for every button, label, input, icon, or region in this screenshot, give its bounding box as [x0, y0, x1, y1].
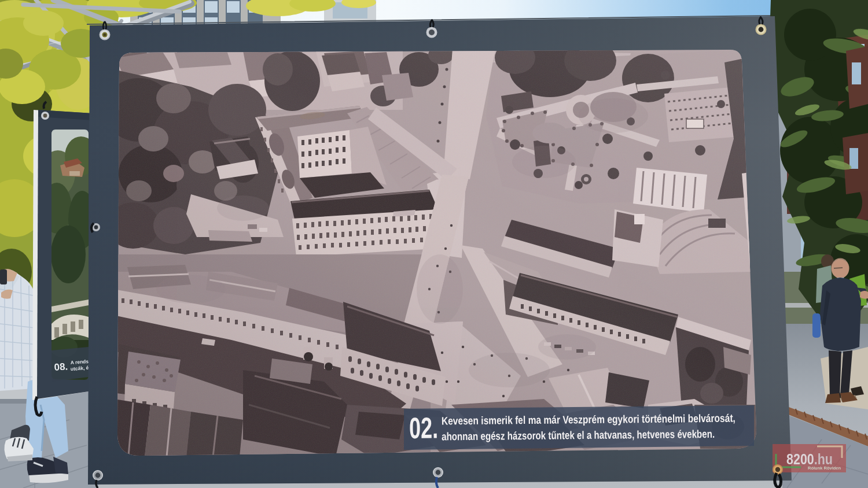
svg-text:8200.hu: 8200.hu [786, 451, 833, 467]
svg-text:02.: 02. [409, 411, 439, 444]
svg-text:Rólunk Röviden: Rólunk Röviden [808, 465, 841, 471]
svg-text:08.: 08. [54, 361, 68, 373]
